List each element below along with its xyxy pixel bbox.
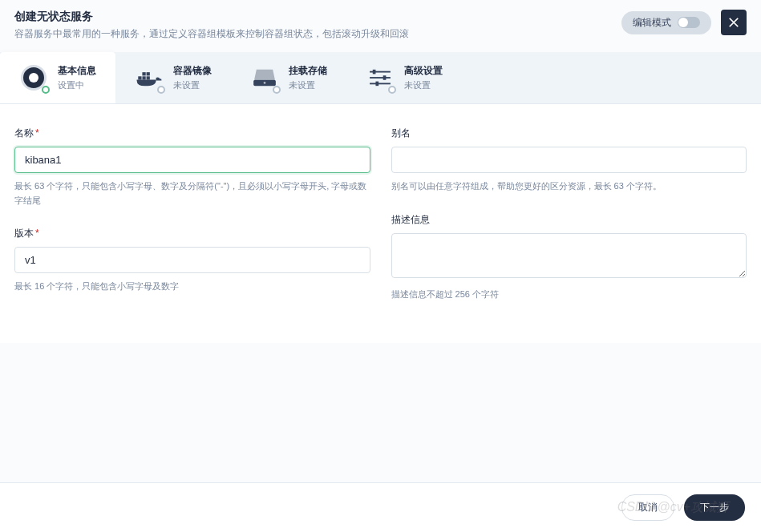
docker-icon xyxy=(135,63,164,92)
version-field-group: 版本* 最长 16 个字符，只能包含小写字母及数字 xyxy=(14,227,370,294)
svg-rect-3 xyxy=(142,72,145,75)
tab-mount-storage[interactable]: 挂载存储 未设置 xyxy=(231,52,346,103)
version-input[interactable] xyxy=(14,247,370,273)
close-button[interactable] xyxy=(721,10,747,35)
description-hint: 描述信息不超过 256 个字符 xyxy=(391,288,747,302)
name-input[interactable] xyxy=(14,147,370,173)
dialog-footer: 取消 下一步 xyxy=(0,482,761,532)
next-button[interactable]: 下一步 xyxy=(684,494,745,521)
tab-title: 挂载存储 xyxy=(289,64,327,78)
header-text: 创建无状态服务 容器服务中最常用的一种服务，通过定义容器组模板来控制容器组状态，… xyxy=(14,10,621,41)
svg-rect-12 xyxy=(375,82,378,87)
svg-rect-10 xyxy=(373,70,376,75)
alias-label: 别名 xyxy=(391,127,747,140)
svg-rect-1 xyxy=(142,76,145,79)
svg-rect-2 xyxy=(147,76,150,79)
basic-info-icon xyxy=(19,63,48,92)
cancel-button[interactable]: 取消 xyxy=(621,494,674,521)
form-container: 名称* 最长 63 个字符，只能包含小写字母、数字及分隔符("-")，且必须以小… xyxy=(0,104,761,343)
step-tabs: 基本信息 设置中 容器镜像 未设置 挂载存储 未设置 高级设置 未设置 xyxy=(0,52,761,104)
tab-advanced-settings[interactable]: 高级设置 未设置 xyxy=(346,52,462,103)
svg-rect-9 xyxy=(370,83,391,84)
form-left-column: 名称* 最长 63 个字符，只能包含小写字母、数字及分隔符("-")，且必须以小… xyxy=(14,127,370,320)
tab-container-image[interactable]: 容器镜像 未设置 xyxy=(115,52,231,103)
tab-subtitle: 未设置 xyxy=(289,79,327,91)
version-hint: 最长 16 个字符，只能包含小写字母及数字 xyxy=(14,280,370,294)
dialog-title: 创建无状态服务 xyxy=(14,10,621,24)
form-right-column: 别名 别名可以由任意字符组成，帮助您更好的区分资源，最长 63 个字符。 描述信… xyxy=(391,127,747,320)
tab-subtitle: 未设置 xyxy=(173,79,212,91)
edit-mode-label: 编辑模式 xyxy=(633,16,671,30)
storage-icon xyxy=(250,63,279,92)
tab-title: 容器镜像 xyxy=(173,64,212,78)
alias-hint: 别名可以由任意字符组成，帮助您更好的区分资源，最长 63 个字符。 xyxy=(391,179,747,194)
tab-title: 基本信息 xyxy=(58,64,96,78)
close-icon xyxy=(728,17,739,28)
svg-rect-0 xyxy=(138,76,141,79)
description-textarea[interactable] xyxy=(391,233,747,278)
tab-subtitle: 未设置 xyxy=(404,79,443,91)
svg-rect-8 xyxy=(370,77,391,79)
tab-basic-info[interactable]: 基本信息 设置中 xyxy=(0,52,115,103)
tab-title: 高级设置 xyxy=(404,64,443,78)
description-label: 描述信息 xyxy=(391,213,747,227)
svg-rect-11 xyxy=(383,75,387,80)
alias-input[interactable] xyxy=(391,147,747,173)
header-actions: 编辑模式 xyxy=(621,10,747,35)
dialog-header: 创建无状态服务 容器服务中最常用的一种服务，通过定义容器组模板来控制容器组状态，… xyxy=(0,0,761,52)
name-label: 名称* xyxy=(14,127,370,140)
dialog-description: 容器服务中最常用的一种服务，通过定义容器组模板来控制容器组状态，包括滚动升级和回… xyxy=(14,27,621,41)
advanced-settings-icon xyxy=(366,63,395,92)
tab-subtitle: 设置中 xyxy=(58,79,96,91)
version-label: 版本* xyxy=(14,227,370,240)
description-field-group: 描述信息 描述信息不超过 256 个字符 xyxy=(391,213,747,302)
svg-rect-4 xyxy=(147,72,150,75)
name-hint: 最长 63 个字符，只能包含小写字母、数字及分隔符("-")，且必须以小写字母开… xyxy=(14,179,370,208)
svg-point-6 xyxy=(264,82,266,84)
name-field-group: 名称* 最长 63 个字符，只能包含小写字母、数字及分隔符("-")，且必须以小… xyxy=(14,127,370,208)
alias-field-group: 别名 别名可以由任意字符组成，帮助您更好的区分资源，最长 63 个字符。 xyxy=(391,127,747,194)
edit-mode-toggle[interactable]: 编辑模式 xyxy=(621,11,711,34)
toggle-switch-icon xyxy=(678,17,700,28)
